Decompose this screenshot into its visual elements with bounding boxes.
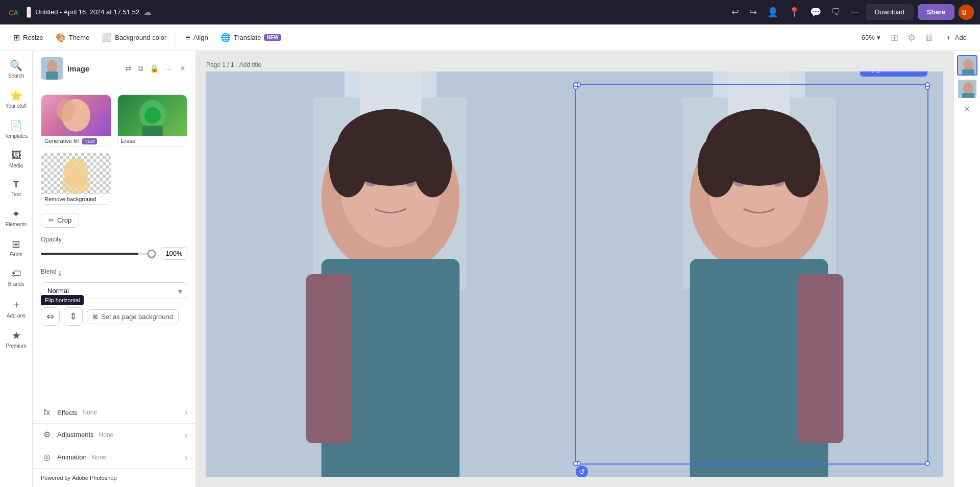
toolbar-right: 65% ▾ ⊞ ⚙ 🗑 ＋ Add xyxy=(857,29,972,46)
align-button[interactable]: ≡ Align xyxy=(180,30,213,45)
portrait-right xyxy=(575,71,943,477)
effects-section: fx Effects None › xyxy=(33,402,195,424)
delete-button[interactable]: 🗑 xyxy=(922,29,937,46)
svg-point-27 xyxy=(329,136,368,197)
topbar: C A ‹ Untitled - April 16, 2024 at 17.51… xyxy=(0,0,980,25)
tools-grid: Generative fill NEW xyxy=(41,94,187,205)
templates-icon: 📄 xyxy=(10,119,22,132)
canvas-background[interactable]: ↺ Try generative fill × xyxy=(206,71,943,477)
back-button[interactable]: ‹ xyxy=(27,7,31,18)
divider xyxy=(176,32,176,44)
cloud-sync-icon: ☁ xyxy=(143,7,152,17)
canvas-image: ↺ Try generative fill × xyxy=(206,71,943,477)
grid-view-button[interactable]: ⊞ xyxy=(888,29,901,46)
thumbnail-1[interactable] xyxy=(957,55,977,76)
bg-color-icon: ⬜ xyxy=(102,33,112,42)
align-icon: ≡ xyxy=(185,33,190,42)
duplicate-button[interactable]: ⧉ xyxy=(136,62,145,75)
people-button[interactable]: 👤 xyxy=(764,4,781,21)
svg-point-9 xyxy=(57,99,75,121)
opacity-input[interactable] xyxy=(161,247,187,260)
crop-icon: ✂ xyxy=(48,216,54,224)
blend-section: Blend ℹ Normal Multiply Screen Overlay D… xyxy=(41,268,187,299)
sidebar-item-grids[interactable]: ⊞ Grids xyxy=(2,234,31,262)
animation-icon: ◎ xyxy=(41,452,53,462)
svg-rect-47 xyxy=(962,93,974,99)
svg-point-15 xyxy=(62,176,90,194)
set-bg-icon: ⊠ xyxy=(92,313,98,321)
svg-point-46 xyxy=(963,82,973,94)
sidebar-item-premium[interactable]: ★ Premium xyxy=(2,325,31,353)
panel-close-button[interactable]: × xyxy=(178,61,187,76)
share-button[interactable]: Share xyxy=(918,4,954,20)
chevron-right-icon: › xyxy=(185,408,187,417)
panel-thumbnail xyxy=(41,57,63,80)
svg-rect-35 xyxy=(797,274,843,443)
chevron-right-icon: › xyxy=(185,431,187,439)
redo-button[interactable]: ↪ xyxy=(746,4,760,21)
download-button[interactable]: Download xyxy=(866,4,914,20)
opacity-section: Opacity xyxy=(41,236,187,260)
sidebar-item-search[interactable]: 🔍 Search xyxy=(2,55,31,83)
svg-point-6 xyxy=(47,60,57,72)
set-as-background-button[interactable]: ⊠ Set as page background xyxy=(87,309,179,324)
lock-button[interactable]: 🔒 xyxy=(148,62,161,75)
sidebar-item-brands[interactable]: 🏷 Brands xyxy=(2,264,31,291)
resize-icon: ⊞ xyxy=(13,33,20,42)
svg-rect-44 xyxy=(962,69,974,76)
avatar[interactable]: U xyxy=(959,5,974,20)
tool-erase[interactable]: Erase xyxy=(117,94,188,147)
replace-button[interactable]: ⇄ xyxy=(123,62,134,75)
panel-header-actions: ⇄ ⧉ 🔒 ··· xyxy=(123,62,174,75)
flip-vertical-button[interactable]: ⇕ xyxy=(64,307,83,326)
media-icon: 🖼 xyxy=(11,150,21,161)
bg-color-button[interactable]: ⬜ Background color xyxy=(96,30,172,45)
effects-header[interactable]: fx Effects None › xyxy=(33,402,195,423)
thumbnail-2[interactable] xyxy=(957,79,977,99)
more-button[interactable]: ··· xyxy=(848,4,862,20)
tool-generative-fill[interactable]: Generative fill NEW xyxy=(41,94,111,147)
svg-rect-22 xyxy=(306,274,352,443)
tool-remove-background[interactable]: Remove background xyxy=(41,153,111,205)
app-logo[interactable]: C A xyxy=(6,4,22,20)
opacity-slider[interactable] xyxy=(41,253,156,255)
location-button[interactable]: 📍 xyxy=(786,4,803,21)
sidebar-item-addons[interactable]: ＋ Add-ons xyxy=(2,294,31,323)
translate-button[interactable]: 🌐 Translate NEW xyxy=(215,30,286,45)
elements-icon: ✦ xyxy=(12,208,20,220)
settings-button[interactable]: ⚙ xyxy=(904,29,919,46)
translate-icon: 🌐 xyxy=(220,33,231,42)
right-panel-close-button[interactable]: × xyxy=(964,104,970,115)
add-button[interactable]: ＋ Add xyxy=(940,30,972,45)
image-panel: Image ⇄ ⧉ 🔒 ··· × xyxy=(33,51,196,487)
theme-button[interactable]: 🎨 Theme xyxy=(51,30,94,45)
powered-by: Powered by Adobe Photoshop xyxy=(33,469,195,487)
flip-horizontal-button[interactable]: ⇔ xyxy=(41,307,60,326)
sidebar-item-your-stuff[interactable]: ⭐ Your stuff xyxy=(2,85,31,113)
panel-header: Image ⇄ ⧉ 🔒 ··· × xyxy=(33,51,195,86)
svg-text:A: A xyxy=(13,9,18,17)
adjustments-section: ⚙ Adjustments None › xyxy=(33,424,195,446)
crop-button[interactable]: ✂ Crop xyxy=(41,213,79,228)
sidebar-item-media[interactable]: 🖼 Media xyxy=(2,145,31,173)
left-sidebar: 🔍 Search ⭐ Your stuff 📄 Templates 🖼 Medi… xyxy=(0,51,33,487)
svg-point-28 xyxy=(413,136,452,197)
right-panel: × xyxy=(953,51,980,487)
sidebar-item-templates[interactable]: 📄 Templates xyxy=(2,115,31,143)
chat-button[interactable]: 🗨 xyxy=(828,4,844,20)
info-icon[interactable]: ℹ xyxy=(59,270,61,277)
resize-button[interactable]: ⊞ Resize xyxy=(8,30,48,45)
sidebar-item-text[interactable]: T Text xyxy=(2,175,31,202)
search-icon: 🔍 xyxy=(10,59,22,71)
page-label: Page 1 / 1 - Add title xyxy=(206,61,261,68)
more-options-button[interactable]: ··· xyxy=(163,62,174,75)
zoom-control[interactable]: 65% ▾ xyxy=(857,32,885,43)
adjustments-header[interactable]: ⚙ Adjustments None › xyxy=(33,424,195,446)
sidebar-item-elements[interactable]: ✦ Elements xyxy=(2,204,31,232)
animation-header[interactable]: ◎ Animation None › xyxy=(33,446,195,468)
canvas-area[interactable]: Page 1 / 1 - Add title xyxy=(196,51,953,487)
svg-point-12 xyxy=(144,107,160,124)
undo-button[interactable]: ↩ xyxy=(728,4,742,21)
addons-icon: ＋ xyxy=(11,298,21,311)
comment-button[interactable]: 💬 xyxy=(807,4,824,21)
